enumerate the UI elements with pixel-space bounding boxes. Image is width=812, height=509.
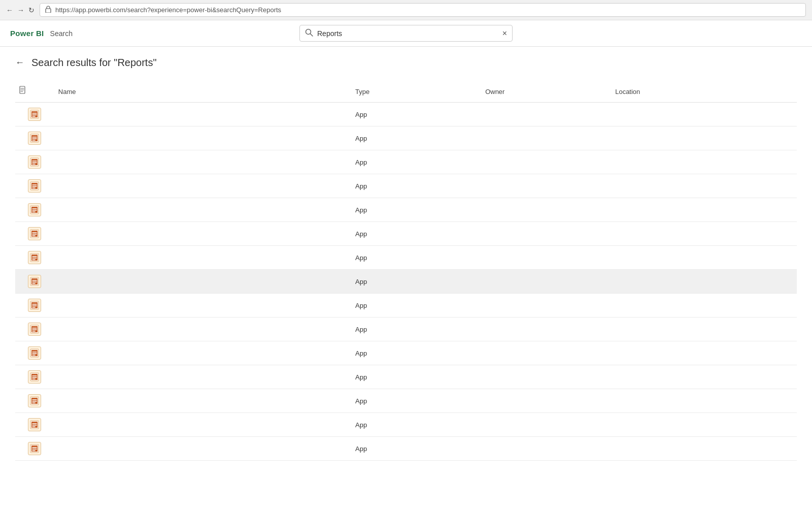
col-icon-header [15,81,54,103]
row-type: App [351,270,481,294]
header-nav-search[interactable]: Search [50,29,73,38]
row-owner [481,126,611,150]
app-icon [28,299,41,312]
row-icon-cell [15,389,54,413]
row-name [54,413,351,437]
search-input[interactable] [317,29,498,38]
table-row[interactable]: App [15,365,797,389]
file-icon [19,88,27,97]
row-type: App [351,389,481,413]
row-owner [481,103,611,126]
row-name [54,365,351,389]
row-type: App [351,198,481,222]
app-icon [28,442,41,455]
back-button[interactable]: ← [15,57,24,68]
app-icon [28,108,41,121]
row-location [611,126,797,150]
row-location [611,413,797,437]
table-row[interactable]: App [15,150,797,174]
row-icon-cell [15,413,54,437]
row-name [54,437,351,461]
row-owner [481,222,611,246]
app-icon [28,132,41,145]
row-icon-cell [15,270,54,294]
app-icon [28,323,41,336]
table-row[interactable]: App [15,270,797,294]
row-owner [481,150,611,174]
row-owner [481,413,611,437]
search-bar: × [299,25,513,42]
table-row[interactable]: App [15,437,797,461]
row-location [611,341,797,365]
row-type: App [351,317,481,341]
row-name [54,246,351,270]
results-table: Name Type Owner Location App [15,81,797,461]
table-row[interactable]: App [15,198,797,222]
svg-line-2 [311,34,313,37]
row-name [54,317,351,341]
row-icon-cell [15,341,54,365]
app-icon [28,418,41,431]
row-location [611,174,797,198]
table-row[interactable]: App [15,126,797,150]
power-bi-logo: Power BI [10,29,44,38]
row-icon-cell [15,198,54,222]
table-row[interactable]: App [15,413,797,437]
app-icon [28,394,41,407]
app-icon [28,203,41,216]
row-name [54,222,351,246]
row-icon-cell [15,126,54,150]
row-location [611,222,797,246]
main-content: ← Search results for "Reports" Name Type… [0,47,812,509]
table-row[interactable]: App [15,341,797,365]
table-row[interactable]: App [15,389,797,413]
table-row[interactable]: App [15,294,797,317]
table-header: Name Type Owner Location [15,81,797,103]
row-type: App [351,294,481,317]
table-row[interactable]: App [15,174,797,198]
row-icon-cell [15,150,54,174]
app-icon [28,179,41,193]
row-type: App [351,174,481,198]
lock-icon [45,6,51,14]
row-location [611,389,797,413]
table-body: App App [15,103,797,461]
page-title: Search results for "Reports" [31,57,157,69]
browser-icons: ← → ↻ [6,6,35,14]
page-header: ← Search results for "Reports" [15,57,797,69]
table-row[interactable]: App [15,103,797,126]
row-type: App [351,126,481,150]
row-type: App [351,341,481,365]
row-type: App [351,437,481,461]
row-icon-cell [15,294,54,317]
row-icon-cell [15,103,54,126]
url-text: https://app.powerbi.com/search?experienc… [55,6,281,14]
browser-refresh-icon[interactable]: ↻ [28,6,35,14]
col-location-header: Location [611,81,797,103]
row-location [611,103,797,126]
browser-bar: ← → ↻ https://app.powerbi.com/search?exp… [0,0,812,20]
address-bar[interactable]: https://app.powerbi.com/search?experienc… [40,3,806,17]
row-type: App [351,365,481,389]
row-owner [481,437,611,461]
row-icon-cell [15,246,54,270]
search-icon [305,28,313,38]
row-name [54,126,351,150]
table-row[interactable]: App [15,222,797,246]
app-icon [28,370,41,384]
row-type: App [351,103,481,126]
browser-forward-icon[interactable]: → [17,6,24,14]
row-owner [481,270,611,294]
row-name [54,198,351,222]
row-name [54,174,351,198]
browser-back-icon[interactable]: ← [6,6,13,14]
table-row[interactable]: App [15,317,797,341]
row-owner [481,198,611,222]
table-row[interactable]: App [15,246,797,270]
row-owner [481,365,611,389]
row-location [611,270,797,294]
row-location [611,437,797,461]
svg-rect-0 [46,9,51,13]
row-location [611,198,797,222]
clear-search-button[interactable]: × [502,29,507,38]
